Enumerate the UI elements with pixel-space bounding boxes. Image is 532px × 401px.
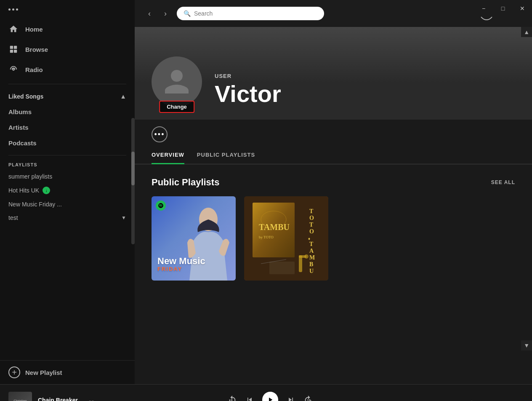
app-container: Home Browse Radio Liked Songs ▲ bbox=[0, 0, 532, 384]
tab-public-playlists[interactable]: PUBLIC PLAYLISTS bbox=[197, 147, 255, 164]
playlist-item-hot-hits[interactable]: Hot Hits UK ↓ bbox=[0, 183, 135, 198]
sidebar: Home Browse Radio Liked Songs ▲ bbox=[0, 0, 135, 384]
playlists-grid: New Music FRIDAY bbox=[152, 196, 515, 281]
svg-text:T: T bbox=[309, 208, 314, 214]
skip-forward-button[interactable]: 15 bbox=[303, 395, 313, 401]
search-bar[interactable]: 🔍 bbox=[177, 7, 324, 20]
spotify-logo-icon bbox=[156, 200, 166, 211]
svg-rect-3 bbox=[14, 50, 17, 53]
svg-text:T: T bbox=[309, 222, 314, 228]
section-title: Public Playlists bbox=[152, 177, 219, 188]
section-header: Public Playlists SEE ALL bbox=[152, 177, 515, 188]
radio-icon bbox=[8, 64, 19, 75]
forward-button[interactable]: › bbox=[159, 7, 172, 20]
svg-rect-25 bbox=[269, 262, 295, 274]
browse-icon bbox=[8, 44, 19, 54]
volume-button[interactable] bbox=[467, 400, 475, 401]
albums-item[interactable]: Albums bbox=[0, 104, 135, 120]
see-all-button[interactable]: SEE ALL bbox=[491, 179, 515, 185]
svg-text:O: O bbox=[309, 228, 314, 235]
profile-name: Victor bbox=[215, 81, 281, 107]
play-pause-button[interactable] bbox=[262, 392, 278, 401]
svg-text:M: M bbox=[309, 254, 315, 261]
library-section: Liked Songs ▲ Albums Artists Podcasts bbox=[0, 84, 135, 155]
playlist-item-new-music-friday[interactable]: New Music Friday ... bbox=[0, 198, 135, 211]
options-row: ••• bbox=[135, 120, 532, 147]
avatar bbox=[152, 56, 202, 107]
sidebar-scrollbar[interactable] bbox=[131, 118, 135, 244]
sidebar-item-radio[interactable]: Radio bbox=[0, 59, 135, 80]
minimize-button[interactable]: − bbox=[474, 0, 493, 17]
track-thumbnail: Christian Worship bbox=[8, 392, 32, 401]
sidebar-scrollbar-thumb[interactable] bbox=[131, 152, 135, 185]
player-track: Christian Worship Chain Breaker Christia… bbox=[8, 392, 126, 401]
sidebar-item-browse[interactable]: Browse bbox=[0, 39, 135, 59]
search-icon: 🔍 bbox=[184, 10, 191, 17]
options-button[interactable]: ••• bbox=[152, 126, 168, 142]
liked-songs-item[interactable]: Liked Songs ▲ bbox=[0, 88, 135, 104]
scroll-up-button[interactable]: ▲ bbox=[521, 27, 532, 37]
new-music-text: New Music FRIDAY bbox=[157, 256, 205, 272]
like-button[interactable]: ♡ bbox=[88, 399, 95, 401]
player-extra: 1x bbox=[414, 400, 524, 401]
close-button[interactable]: ✕ bbox=[513, 0, 532, 17]
scroll-down-button[interactable]: ▼ bbox=[521, 340, 532, 350]
content-area: Public Playlists SEE ALL bbox=[135, 164, 532, 384]
download-icon: ↓ bbox=[43, 187, 50, 194]
controls-row: 15 15 bbox=[228, 392, 313, 401]
tambu-bg-svg: TAMBU by TOTO T O T O ♦ T bbox=[244, 196, 328, 281]
change-photo-button[interactable]: Change bbox=[159, 101, 194, 113]
playlists-label: PLAYLISTS bbox=[0, 160, 135, 170]
profile-type-label: USER bbox=[215, 73, 281, 79]
title-bar: − □ ✕ bbox=[473, 0, 532, 17]
devices-button[interactable] bbox=[455, 400, 462, 401]
svg-text:B: B bbox=[309, 261, 313, 267]
playlist-card-image-new-music-friday: New Music FRIDAY bbox=[152, 196, 236, 281]
new-playlist-button[interactable]: + New Playlist bbox=[0, 360, 135, 384]
track-name: Chain Breaker bbox=[38, 397, 78, 401]
sidebar-item-home[interactable]: Home bbox=[0, 19, 135, 39]
top-bar: ‹ › 🔍 Victor ▾ bbox=[135, 0, 532, 27]
svg-text:by TOTO: by TOTO bbox=[259, 235, 274, 239]
profile-info: USER Victor bbox=[215, 73, 281, 107]
svg-rect-2 bbox=[10, 50, 13, 53]
search-input[interactable] bbox=[194, 10, 317, 17]
main-content: ‹ › 🔍 Victor ▾ Change bbox=[135, 0, 532, 384]
artists-item[interactable]: Artists bbox=[0, 120, 135, 135]
volume-area bbox=[467, 400, 512, 401]
playlist-card-tambu[interactable]: TAMBU by TOTO T O T O ♦ T bbox=[244, 196, 328, 281]
home-icon bbox=[8, 24, 19, 34]
playlist-item-summer[interactable]: summer playlists bbox=[0, 170, 135, 183]
maximize-button[interactable]: □ bbox=[493, 0, 513, 17]
svg-text:O: O bbox=[309, 215, 314, 221]
previous-button[interactable] bbox=[245, 396, 254, 401]
playlist-card-new-music-friday[interactable]: New Music FRIDAY bbox=[152, 196, 236, 281]
podcasts-item[interactable]: Podcasts bbox=[0, 135, 135, 151]
player-controls: 15 15 0:00 bbox=[126, 392, 414, 401]
nav-arrows: ‹ › bbox=[143, 7, 172, 20]
svg-text:U: U bbox=[309, 268, 314, 274]
liked-songs-label: Liked Songs bbox=[8, 93, 43, 100]
nav-items: Home Browse Radio bbox=[0, 15, 135, 84]
avatar-container: Change bbox=[152, 56, 202, 107]
three-dots-menu[interactable] bbox=[8, 8, 18, 11]
svg-rect-0 bbox=[10, 46, 13, 49]
back-button[interactable]: ‹ bbox=[143, 7, 156, 20]
tambu-card-bg: TAMBU by TOTO T O T O ♦ T bbox=[244, 196, 328, 281]
test-chevron: ▼ bbox=[121, 215, 126, 221]
svg-text:T: T bbox=[309, 241, 314, 247]
player-bar: Christian Worship Chain Breaker Christia… bbox=[0, 384, 532, 401]
queue-button[interactable] bbox=[442, 400, 450, 401]
next-button[interactable] bbox=[287, 396, 295, 401]
tabs-row: OVERVIEW PUBLIC PLAYLISTS bbox=[135, 147, 532, 164]
svg-point-24 bbox=[304, 254, 309, 259]
svg-text:A: A bbox=[309, 248, 314, 254]
new-music-card-bg: New Music FRIDAY bbox=[152, 196, 236, 281]
new-playlist-plus-icon: + bbox=[8, 366, 20, 378]
svg-rect-1 bbox=[14, 46, 17, 49]
skip-back-button[interactable]: 15 bbox=[228, 395, 237, 401]
playlists-section: PLAYLISTS summer playlists Hot Hits UK ↓… bbox=[0, 155, 135, 360]
track-info: Chain Breaker Christian Worship bbox=[38, 397, 78, 401]
playlist-item-test[interactable]: test ▼ bbox=[0, 211, 135, 225]
tab-overview[interactable]: OVERVIEW bbox=[152, 147, 184, 164]
